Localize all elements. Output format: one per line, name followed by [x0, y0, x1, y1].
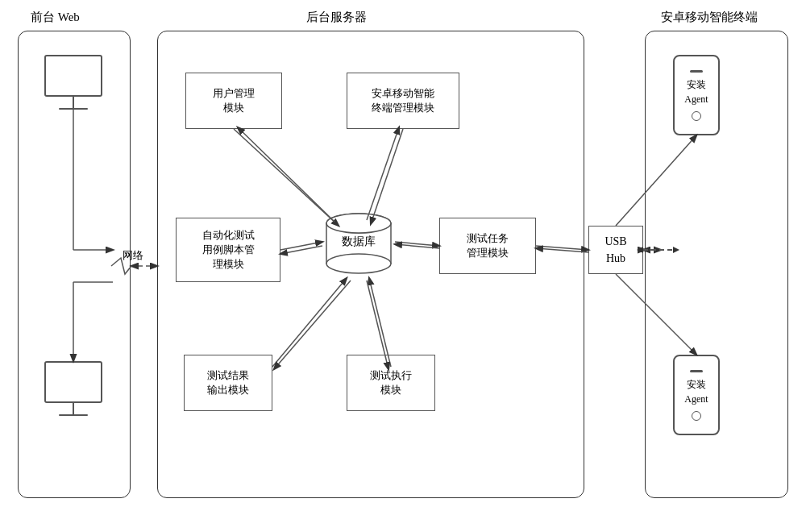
network-label: 网络 [123, 248, 143, 263]
web-section-label: 前台 Web [31, 10, 80, 25]
phone-top: 安装 Agent [673, 55, 720, 135]
diagram-container: 前台 Web 后台服务器 安卓移动智能终端 用户管理 模块 安卓移动智能 终端管… [0, 0, 806, 532]
auto-test-script-module: 自动化测试 用例脚本管 理模块 [176, 218, 280, 282]
server-section-label: 后台服务器 [306, 10, 367, 25]
android-terminal-mgmt-module: 安卓移动智能 终端管理模块 [347, 73, 459, 129]
database-module: 数据库 [322, 206, 395, 278]
test-task-mgmt-module: 测试任务 管理模块 [439, 218, 536, 274]
monitor-top [44, 55, 102, 110]
svg-point-4 [326, 214, 391, 233]
test-exec-module: 测试执行 模块 [347, 355, 435, 411]
android-section-label: 安卓移动智能终端 [661, 10, 758, 25]
phone-bottom: 安装 Agent [673, 355, 720, 435]
test-result-output-module: 测试结果 输出模块 [184, 355, 272, 411]
user-mgmt-module: 用户管理 模块 [185, 73, 282, 129]
monitor-bottom [44, 361, 102, 416]
usb-hub-box: USB Hub [588, 226, 643, 274]
svg-point-2 [326, 254, 391, 273]
